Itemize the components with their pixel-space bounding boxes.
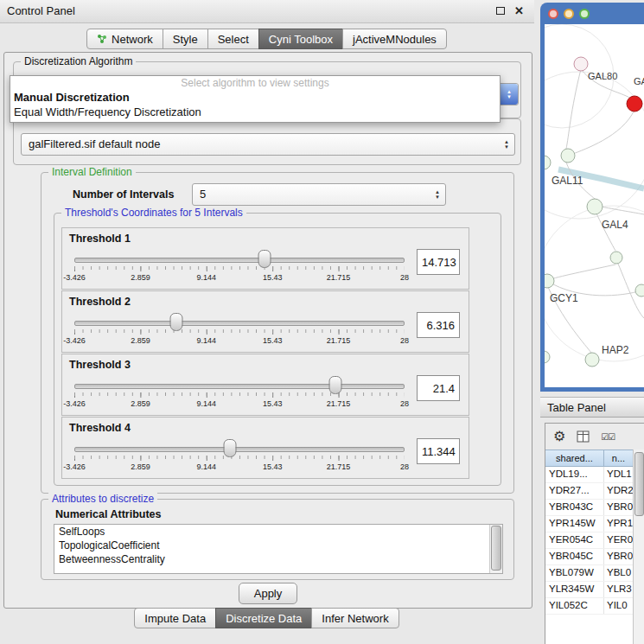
threshold-2-slider-thumb[interactable] — [170, 313, 183, 331]
gear-icon[interactable]: ⚙ — [553, 430, 565, 443]
tab-jactivemnodules[interactable]: jActiveMNodules — [342, 29, 447, 49]
tab-label: Infer Network — [322, 609, 388, 628]
thresholds-group-label: Threshold's Coordinates for 5 Intervals — [61, 207, 246, 219]
threshold-2-panel: Threshold 2 -3.4262.8599.14415.4321.7152… — [61, 290, 469, 353]
slider-minor-ticks — [74, 266, 405, 270]
threshold-1-panel: Threshold 1 -3.4262.8599.14415.4321.7152… — [61, 227, 469, 290]
attributes-list-scrollbar[interactable] — [489, 525, 502, 573]
table-row[interactable]: YBR043CYBR0 — [545, 500, 634, 516]
network-node[interactable] — [545, 351, 550, 363]
column-header-name[interactable]: n... — [604, 450, 634, 467]
table-row[interactable]: YBR045CYBR0 — [545, 549, 634, 565]
discretization-algorithm-label: Discretization Algorithm — [21, 55, 136, 67]
slider-tick-labels: -3.4262.8599.14415.4321.71528 — [74, 273, 405, 283]
number-of-intervals-label: Number of Intervals — [73, 185, 174, 204]
tab-infer-network[interactable]: Infer Network — [311, 608, 399, 628]
network-node[interactable] — [610, 252, 622, 264]
network-node[interactable] — [545, 156, 551, 169]
tab-style[interactable]: Style — [163, 29, 208, 49]
popup-option-equal-width-frequency[interactable]: Equal Width/Frequency Discretization — [10, 105, 500, 119]
screen: Control Panel ✕ Network Style Select Cyn… — [0, 0, 644, 644]
table-row[interactable]: YLR345WYLR3 — [545, 582, 634, 598]
table-row[interactable]: YDL19...YDL1 — [545, 467, 634, 483]
slider-tick-labels: -3.4262.8599.14415.4321.71528 — [74, 399, 405, 409]
scrollbar-thumb[interactable] — [491, 526, 501, 571]
apply-button[interactable]: Apply — [239, 583, 297, 604]
bottom-tab-bar: Impute Data Discretize Data Infer Networ… — [0, 608, 534, 628]
control-panel-title: Control Panel — [7, 0, 75, 22]
tab-discretize-data[interactable]: Discretize Data — [215, 608, 312, 628]
threshold-3-value-field[interactable]: 21.4 — [417, 375, 460, 401]
network-node[interactable] — [574, 57, 588, 71]
node-label: GAL4 — [602, 219, 628, 231]
columns-icon[interactable] — [577, 430, 590, 443]
table-panel-window: ⚙ ☑☑ shared... n... YDL19...YDL1 YDR27..… — [545, 423, 644, 644]
threshold-1-value-field[interactable]: 14.713 — [417, 249, 460, 275]
network-node-selected-red[interactable] — [627, 96, 642, 112]
popup-option-manual-discretization[interactable]: Manual Discretization — [10, 90, 500, 105]
threshold-4-slider-thumb[interactable] — [223, 439, 236, 457]
slider-track — [74, 384, 405, 389]
column-header-shared[interactable]: shared... — [545, 450, 604, 467]
minimize-traffic-light-icon[interactable] — [564, 9, 574, 19]
threshold-3-slider-thumb[interactable] — [328, 376, 341, 394]
table-row[interactable]: YER054CYER0 — [545, 532, 634, 549]
thresholds-group: Threshold's Coordinates for 5 Intervals … — [54, 213, 501, 486]
threshold-4-slider[interactable]: -3.4262.8599.14415.4321.71528 — [74, 437, 405, 476]
tab-label: Discretize Data — [226, 609, 302, 628]
combo-arrows-icon: ▲▼ — [501, 84, 518, 105]
number-of-intervals-combobox[interactable]: 5 ▲▼ — [192, 183, 446, 206]
table-row[interactable]: YIL052CYIL0 — [545, 598, 634, 615]
interval-definition-label: Interval Definition — [48, 166, 136, 178]
table-data-combobox[interactable]: galFiltered.sif default node ▲▼ — [21, 133, 515, 156]
threshold-1-slider[interactable]: -3.4262.8599.14415.4321.71528 — [74, 247, 405, 287]
tab-select[interactable]: Select — [207, 29, 259, 49]
float-window-icon[interactable] — [496, 4, 505, 17]
threshold-4-value-field[interactable]: 11.344 — [417, 438, 460, 464]
table-row[interactable]: YPR145WYPR1 — [545, 516, 634, 532]
table-row[interactable]: YDR27...YDR2 — [545, 483, 634, 500]
tab-cyni-toolbox[interactable]: Cyni Toolbox — [258, 29, 343, 49]
network-node[interactable] — [561, 149, 575, 163]
traffic-lights — [548, 9, 590, 19]
algorithm-dropdown-popup: Select algorithm to view settings Manual… — [10, 75, 501, 123]
network-canvas[interactable]: GAL80 GAL GAL11 GAL4 GCY1 HAP2 — [545, 24, 644, 387]
numerical-attributes-list[interactable]: SelfLoops TopologicalCoefficient Between… — [54, 524, 503, 574]
tab-label: jActiveMNodules — [353, 30, 437, 48]
control-panel-body: Discretization Algorithm ▲▼ Select algor… — [3, 52, 532, 609]
close-traffic-light-icon[interactable] — [548, 9, 558, 19]
threshold-1-label: Threshold 1 — [69, 233, 131, 245]
slider-track — [74, 258, 405, 263]
network-node[interactable] — [587, 199, 603, 214]
network-node[interactable] — [545, 274, 554, 288]
table-panel-title: Table Panel — [547, 401, 606, 414]
select-columns-icon[interactable]: ☑☑ — [601, 432, 615, 442]
table-data-selected-value: galFiltered.sif default node — [29, 134, 160, 155]
threshold-3-slider[interactable]: -3.4262.8599.14415.4321.71528 — [74, 373, 405, 413]
attributes-group-label: Attributes to discretize — [48, 493, 157, 505]
combo-spinner-icon: ▲▼ — [435, 189, 440, 200]
node-label: GAL11 — [552, 175, 583, 187]
table-scrollbar[interactable] — [633, 450, 644, 644]
interval-definition-group: Interval Definition Number of Intervals … — [41, 172, 514, 494]
network-node[interactable] — [585, 353, 599, 367]
threshold-2-slider[interactable]: -3.4262.8599.14415.4321.71528 — [74, 310, 405, 350]
tab-network[interactable]: Network — [86, 29, 163, 49]
list-item[interactable]: BetweennessCentrality — [54, 552, 502, 566]
network-node[interactable] — [635, 284, 644, 296]
numerical-attributes-label: Numerical Attributes — [55, 508, 161, 520]
tab-label: Impute Data — [144, 609, 206, 628]
slider-track — [74, 321, 405, 326]
list-item[interactable]: TopologicalCoefficient — [54, 539, 502, 552]
list-item[interactable]: SelfLoops — [54, 525, 502, 539]
scrollbar-thumb[interactable] — [634, 452, 644, 516]
slider-minor-ticks — [74, 329, 405, 333]
zoom-traffic-light-icon[interactable] — [579, 9, 590, 19]
close-window-icon[interactable]: ✕ — [514, 4, 524, 18]
attributes-to-discretize-group: Attributes to discretize Numerical Attri… — [41, 499, 514, 580]
threshold-2-value-field[interactable]: 6.316 — [417, 312, 460, 338]
tab-impute-data[interactable]: Impute Data — [134, 608, 216, 628]
tab-label: Cyni Toolbox — [269, 30, 333, 48]
table-row[interactable]: YBL079WYBL0 — [545, 565, 634, 582]
threshold-1-slider-thumb[interactable] — [258, 250, 271, 268]
